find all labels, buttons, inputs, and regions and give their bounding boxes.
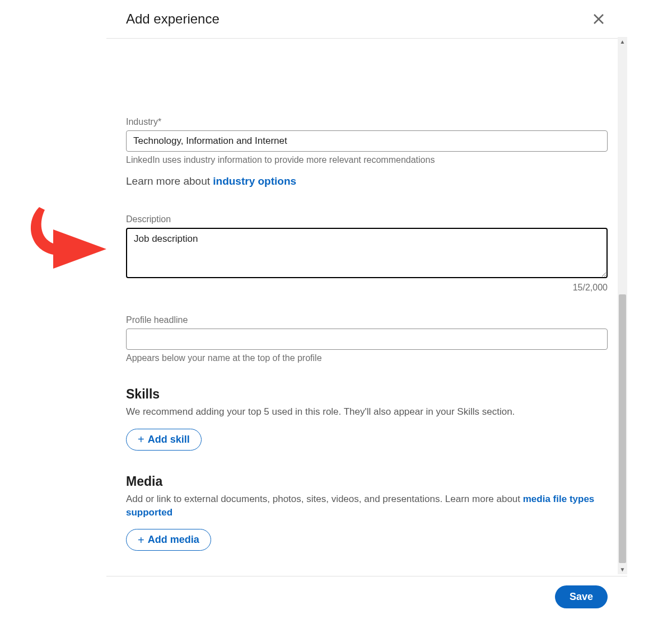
skills-description: We recommend adding your top 5 used in t… <box>126 405 608 419</box>
modal-body: Industry* LinkedIn uses industry informa… <box>106 39 627 576</box>
modal-footer: Save <box>106 576 627 633</box>
description-textarea[interactable] <box>126 228 608 278</box>
description-field-group: Description 15/2,000 <box>126 214 608 293</box>
media-desc-prefix: Add or link to external documents, photo… <box>126 494 523 504</box>
media-heading: Media <box>126 474 608 489</box>
plus-icon: + <box>138 434 144 445</box>
industry-input[interactable] <box>126 130 608 152</box>
add-skill-label: Add skill <box>148 434 190 446</box>
learn-more-prefix: Learn more about <box>126 175 213 187</box>
modal-header: Add experience <box>106 0 627 39</box>
add-media-button[interactable]: + Add media <box>126 529 211 551</box>
plus-icon: + <box>138 534 144 546</box>
skills-heading: Skills <box>126 387 608 402</box>
media-description: Add or link to external documents, photo… <box>126 493 608 519</box>
headline-helper-text: Appears below your name at the top of th… <box>126 353 608 363</box>
description-label: Description <box>126 214 608 224</box>
annotation-arrow <box>22 199 112 277</box>
media-section: Media Add or link to external documents,… <box>126 474 608 551</box>
industry-options-link[interactable]: industry options <box>213 175 296 187</box>
headline-field-group: Profile headline Appears below your name… <box>126 315 608 363</box>
industry-label: Industry* <box>126 117 608 127</box>
skills-section: Skills We recommend adding your top 5 us… <box>126 387 608 451</box>
add-media-label: Add media <box>148 534 199 546</box>
industry-learn-more: Learn more about industry options <box>126 175 608 187</box>
industry-field-group: Industry* LinkedIn uses industry informa… <box>126 117 608 187</box>
save-button[interactable]: Save <box>555 585 608 608</box>
add-skill-button[interactable]: + Add skill <box>126 429 202 451</box>
add-experience-modal: Add experience ▲ ▼ Industry* LinkedIn us… <box>106 0 627 633</box>
headline-label: Profile headline <box>126 315 608 325</box>
close-button[interactable] <box>590 10 608 28</box>
headline-input[interactable] <box>126 329 608 350</box>
modal-title: Add experience <box>126 11 220 27</box>
description-char-count: 15/2,000 <box>126 283 608 293</box>
industry-helper-text: LinkedIn uses industry information to pr… <box>126 155 608 165</box>
close-icon <box>592 13 605 25</box>
